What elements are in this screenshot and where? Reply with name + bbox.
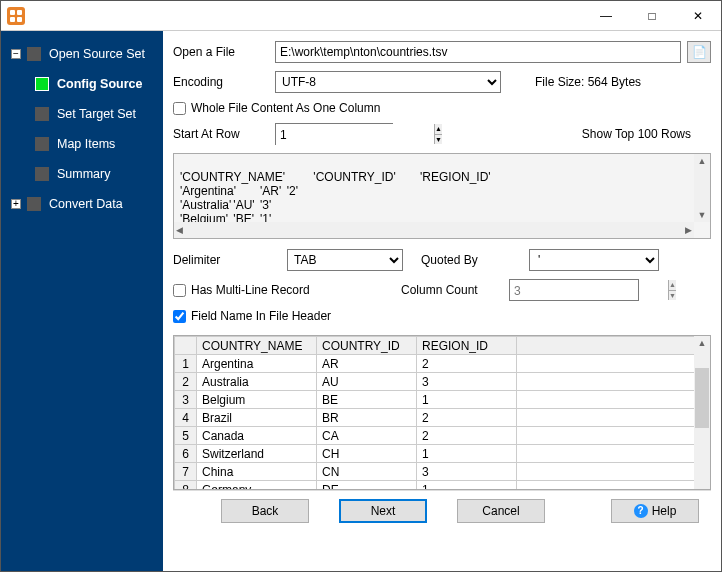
- expand-icon[interactable]: +: [11, 199, 21, 209]
- start-row-input[interactable]: [276, 124, 434, 146]
- table-row[interactable]: 5CanadaCA2: [175, 427, 710, 445]
- table-cell[interactable]: Belgium: [197, 391, 317, 409]
- app-icon: [7, 7, 25, 25]
- start-row-spinner[interactable]: ▲ ▼: [275, 123, 393, 145]
- row-number-cell: 2: [175, 373, 197, 391]
- table-vertical-scrollbar[interactable]: ▲: [694, 336, 710, 489]
- close-button[interactable]: ✕: [675, 1, 721, 31]
- table-cell[interactable]: 3: [417, 373, 517, 391]
- table-cell[interactable]: Canada: [197, 427, 317, 445]
- table-cell[interactable]: CA: [317, 427, 417, 445]
- collapse-icon[interactable]: −: [11, 49, 21, 59]
- preview-horizontal-scrollbar[interactable]: ◀ ▶: [174, 222, 694, 238]
- minimize-button[interactable]: —: [583, 1, 629, 31]
- wizard-step-convert-data[interactable]: +Convert Data: [1, 189, 163, 219]
- wizard-step-set-target-set[interactable]: Set Target Set: [1, 99, 163, 129]
- raw-preview-box: 'COUNTRY_NAME' 'COUNTRY_ID' 'REGION_ID' …: [173, 153, 711, 239]
- table-cell[interactable]: AU: [317, 373, 417, 391]
- wizard-step-summary[interactable]: Summary: [1, 159, 163, 189]
- wizard-step-open-source-set[interactable]: −Open Source Set: [1, 39, 163, 69]
- file-path-input[interactable]: [275, 41, 681, 63]
- table-row[interactable]: 2AustraliaAU3: [175, 373, 710, 391]
- scroll-left-icon[interactable]: ◀: [174, 223, 185, 237]
- table-cell[interactable]: BE: [317, 391, 417, 409]
- table-cell-empty: [517, 427, 710, 445]
- table-cell[interactable]: China: [197, 463, 317, 481]
- multiline-checkbox[interactable]: Has Multi-Line Record: [173, 283, 383, 297]
- maximize-button[interactable]: □: [629, 1, 675, 31]
- scroll-right-icon[interactable]: ▶: [683, 223, 694, 237]
- table-cell[interactable]: 1: [417, 481, 517, 491]
- table-cell[interactable]: 3: [417, 463, 517, 481]
- help-button[interactable]: ? Help: [611, 499, 699, 523]
- whole-file-checkbox-input[interactable]: [173, 102, 186, 115]
- table-row[interactable]: 1ArgentinaAR2: [175, 355, 710, 373]
- main-panel: Open a File 📄 Encoding UTF-8 File Size: …: [163, 31, 721, 571]
- row-number-cell: 5: [175, 427, 197, 445]
- multiline-checkbox-input[interactable]: [173, 284, 186, 297]
- table-cell[interactable]: DE: [317, 481, 417, 491]
- table-cell[interactable]: 2: [417, 409, 517, 427]
- step-label: Convert Data: [49, 197, 123, 211]
- table-row[interactable]: 7ChinaCN3: [175, 463, 710, 481]
- table-cell[interactable]: Germany: [197, 481, 317, 491]
- table-cell[interactable]: CH: [317, 445, 417, 463]
- table-cell[interactable]: 1: [417, 391, 517, 409]
- field-header-checkbox[interactable]: Field Name In File Header: [173, 309, 331, 323]
- folder-icon: 📄: [692, 45, 707, 59]
- table-cell-empty: [517, 373, 710, 391]
- step-status-icon: [35, 137, 49, 151]
- spin-down-icon[interactable]: ▼: [435, 135, 442, 145]
- scroll-up-icon[interactable]: ▲: [696, 336, 709, 350]
- table-cell[interactable]: Switzerland: [197, 445, 317, 463]
- whole-file-checkbox[interactable]: Whole File Content As One Column: [173, 101, 380, 115]
- encoding-select[interactable]: UTF-8: [275, 71, 501, 93]
- table-cell[interactable]: 1: [417, 445, 517, 463]
- step-label: Set Target Set: [57, 107, 136, 121]
- table-row[interactable]: 6SwitzerlandCH1: [175, 445, 710, 463]
- row-number-cell: 3: [175, 391, 197, 409]
- browse-button[interactable]: 📄: [687, 41, 711, 63]
- scroll-down-icon[interactable]: ▼: [696, 208, 709, 222]
- column-header[interactable]: COUNTRY_ID: [317, 337, 417, 355]
- table-row[interactable]: 3BelgiumBE1: [175, 391, 710, 409]
- column-header[interactable]: COUNTRY_NAME: [197, 337, 317, 355]
- table-cell[interactable]: BR: [317, 409, 417, 427]
- table-cell[interactable]: Argentina: [197, 355, 317, 373]
- quoted-by-select[interactable]: ': [529, 249, 659, 271]
- table-cell-empty: [517, 391, 710, 409]
- table-cell[interactable]: AR: [317, 355, 417, 373]
- back-button[interactable]: Back: [221, 499, 309, 523]
- open-file-label: Open a File: [173, 45, 269, 59]
- step-label: Open Source Set: [49, 47, 145, 61]
- table-cell[interactable]: Australia: [197, 373, 317, 391]
- scrollbar-thumb[interactable]: [695, 368, 709, 428]
- delimiter-label: Delimiter: [173, 253, 269, 267]
- wizard-step-config-source[interactable]: Config Source: [1, 69, 163, 99]
- show-top-rows-label: Show Top 100 Rows: [582, 127, 711, 141]
- table-row[interactable]: 8GermanyDE1: [175, 481, 710, 491]
- column-header[interactable]: REGION_ID: [417, 337, 517, 355]
- table-row[interactable]: 4BrazilBR2: [175, 409, 710, 427]
- table-cell[interactable]: CN: [317, 463, 417, 481]
- scroll-up-icon[interactable]: ▲: [696, 154, 709, 168]
- table-cell[interactable]: Brazil: [197, 409, 317, 427]
- preview-vertical-scrollbar[interactable]: ▲ ▼: [694, 154, 710, 222]
- step-status-icon: [27, 47, 41, 61]
- whole-file-label: Whole File Content As One Column: [191, 101, 380, 115]
- column-count-input: [510, 280, 668, 302]
- next-button[interactable]: Next: [339, 499, 427, 523]
- field-header-checkbox-input[interactable]: [173, 310, 186, 323]
- table-cell[interactable]: 2: [417, 355, 517, 373]
- table-cell-empty: [517, 481, 710, 491]
- spin-up-icon[interactable]: ▲: [435, 124, 442, 135]
- delimiter-select[interactable]: TAB: [287, 249, 403, 271]
- wizard-step-map-items[interactable]: Map Items: [1, 129, 163, 159]
- step-status-icon: [27, 197, 41, 211]
- wizard-footer: Back Next Cancel ? Help: [173, 490, 711, 530]
- cancel-button[interactable]: Cancel: [457, 499, 545, 523]
- step-label: Config Source: [57, 77, 142, 91]
- row-number-cell: 6: [175, 445, 197, 463]
- encoding-label: Encoding: [173, 75, 269, 89]
- table-cell[interactable]: 2: [417, 427, 517, 445]
